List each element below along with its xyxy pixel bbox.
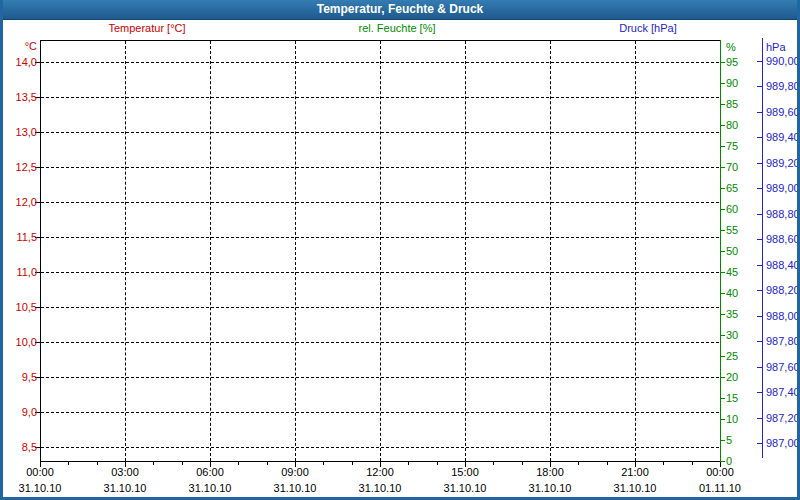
- x-time-label: 09:00: [263, 466, 327, 478]
- humidity-tick-label: 75: [726, 140, 754, 152]
- x-minor-tick: [68, 462, 69, 465]
- x-minor-tick: [238, 462, 239, 465]
- pressure-tick-label: 989,00: [766, 182, 800, 194]
- x-time-label: 00:00: [688, 466, 752, 478]
- pressure-tick: [757, 61, 762, 62]
- humidity-tick-label: 20: [726, 371, 754, 383]
- x-minor-tick: [323, 462, 324, 465]
- x-date-label: 31.10.10: [603, 482, 667, 494]
- temperature-tick-label: 10,5: [0, 301, 37, 313]
- pressure-tick-label: 989,80: [766, 80, 800, 92]
- x-minor-tick: [522, 462, 523, 465]
- pressure-tick-label: 987,60: [766, 361, 800, 373]
- humidity-tick-label: 35: [726, 308, 754, 320]
- v-gridline: [125, 41, 126, 461]
- chart-plot-area: 14,013,513,012,512,011,511,010,510,09,59…: [0, 0, 800, 500]
- x-minor-tick: [182, 462, 183, 465]
- x-minor-tick: [663, 462, 664, 465]
- x-minor-tick: [97, 462, 98, 465]
- humidity-tick: [721, 83, 725, 84]
- v-gridline: [465, 41, 466, 461]
- x-minor-tick: [267, 462, 268, 465]
- temperature-tick-label: 9,5: [0, 371, 37, 383]
- temperature-tick-label: 13,5: [0, 91, 37, 103]
- humidity-tick: [721, 272, 725, 273]
- x-minor-tick: [153, 462, 154, 465]
- window-titlebar: Temperatur, Feuchte & Druck: [0, 0, 800, 20]
- humidity-tick: [721, 104, 725, 105]
- pressure-tick: [757, 214, 762, 215]
- temperature-tick-label: 13,0: [0, 126, 37, 138]
- pressure-tick-label: 989,60: [766, 106, 800, 118]
- pressure-tick: [757, 86, 762, 87]
- temperature-tick-label: 12,0: [0, 196, 37, 208]
- x-time-label: 18:00: [518, 466, 582, 478]
- pressure-tick-label: 987,00: [766, 437, 800, 449]
- pressure-tick-label: 989,40: [766, 131, 800, 143]
- pressure-tick: [757, 443, 762, 444]
- humidity-tick-label: 40: [726, 287, 754, 299]
- x-time-label: 03:00: [93, 466, 157, 478]
- temperature-tick-label: 10,0: [0, 336, 37, 348]
- temperature-tick-label: 14,0: [0, 56, 37, 68]
- humidity-tick: [721, 125, 725, 126]
- humidity-tick-label: 85: [726, 98, 754, 110]
- pressure-tick: [757, 392, 762, 393]
- x-date-label: 31.10.10: [518, 482, 582, 494]
- temperature-tick-label: 11,0: [0, 266, 37, 278]
- x-time-label: 21:00: [603, 466, 667, 478]
- x-minor-tick: [493, 462, 494, 465]
- x-time-label: 15:00: [433, 466, 497, 478]
- pressure-tick-label: 987,20: [766, 412, 800, 424]
- x-time-label: 06:00: [178, 466, 242, 478]
- x-date-label: 01.11.10: [688, 482, 752, 494]
- x-minor-tick: [408, 462, 409, 465]
- window-title: Temperatur, Feuchte & Druck: [317, 2, 484, 16]
- v-gridline: [550, 41, 551, 461]
- humidity-tick: [721, 419, 725, 420]
- humidity-tick-label: 30: [726, 329, 754, 341]
- pressure-tick: [757, 163, 762, 164]
- x-date-label: 31.10.10: [263, 482, 327, 494]
- humidity-tick: [721, 356, 725, 357]
- temperature-tick-label: 11,5: [0, 231, 37, 243]
- weather-chart-window: Temperatur, Feuchte & Druck Temperatur […: [0, 0, 800, 500]
- pressure-tick-label: 988,60: [766, 233, 800, 245]
- humidity-tick: [721, 251, 725, 252]
- humidity-tick-label: 10: [726, 413, 754, 425]
- humidity-tick: [721, 62, 725, 63]
- pressure-tick: [757, 341, 762, 342]
- v-gridline: [210, 41, 211, 461]
- temperature-tick-label: 12,5: [0, 161, 37, 173]
- x-time-label: 12:00: [348, 466, 412, 478]
- pressure-tick: [757, 418, 762, 419]
- pressure-tick-label: 987,80: [766, 335, 800, 347]
- humidity-tick-label: 50: [726, 245, 754, 257]
- humidity-tick-label: 55: [726, 224, 754, 236]
- pressure-tick-label: 988,40: [766, 259, 800, 271]
- x-date-label: 31.10.10: [348, 482, 412, 494]
- pressure-tick: [757, 112, 762, 113]
- x-time-label: 00:00: [8, 466, 72, 478]
- v-gridline: [295, 41, 296, 461]
- humidity-tick: [721, 293, 725, 294]
- pressure-tick: [757, 367, 762, 368]
- x-minor-tick: [607, 462, 608, 465]
- pressure-tick-label: 988,00: [766, 310, 800, 322]
- x-date-label: 31.10.10: [93, 482, 157, 494]
- humidity-tick: [721, 440, 725, 441]
- humidity-tick: [721, 146, 725, 147]
- pressure-axis-line: [762, 38, 763, 458]
- x-date-label: 31.10.10: [433, 482, 497, 494]
- humidity-tick-label: 70: [726, 161, 754, 173]
- x-date-label: 31.10.10: [178, 482, 242, 494]
- pressure-tick: [757, 137, 762, 138]
- pressure-tick: [757, 290, 762, 291]
- v-gridline: [635, 41, 636, 461]
- humidity-tick: [721, 398, 725, 399]
- humidity-tick-label: 65: [726, 182, 754, 194]
- humidity-tick-label: 80: [726, 119, 754, 131]
- humidity-tick: [721, 188, 725, 189]
- pressure-tick: [757, 239, 762, 240]
- humidity-tick-label: 15: [726, 392, 754, 404]
